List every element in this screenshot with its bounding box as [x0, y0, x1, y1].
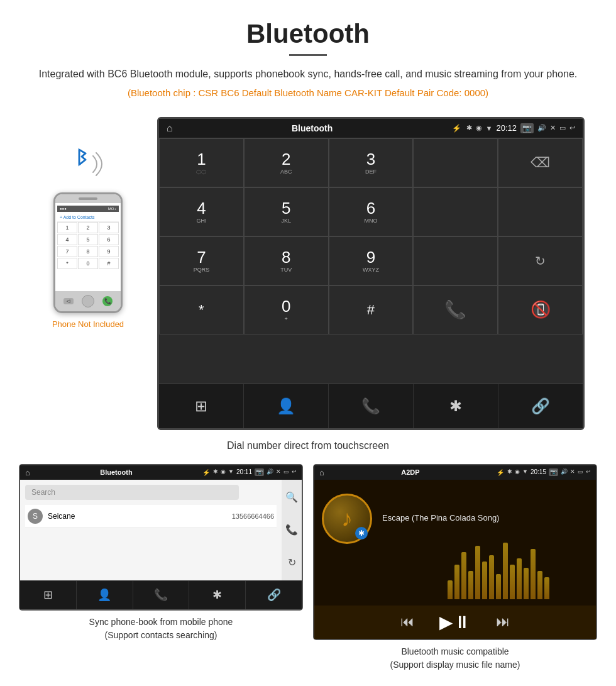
- dial-key-2[interactable]: 2ABC: [244, 138, 329, 187]
- dial-key-star[interactable]: *: [159, 285, 244, 335]
- dial-call-green-cell[interactable]: 📞: [413, 285, 498, 335]
- dial-key-8[interactable]: 8TUV: [244, 236, 329, 285]
- tech-info: (Bluetooth chip : CSR BC6 Default Blueto…: [13, 87, 603, 98]
- pb-window-icon[interactable]: ▭: [283, 468, 289, 476]
- phone-back-btn[interactable]: ◁: [63, 298, 74, 304]
- contact-row[interactable]: S Seicane 13566664466: [25, 505, 277, 528]
- dial-empty-3: [498, 187, 583, 236]
- pb-call-icon[interactable]: 📞: [285, 524, 298, 536]
- music-note-icon: ♪: [341, 506, 353, 532]
- dial-key-4[interactable]: 4GHI: [159, 187, 244, 236]
- car-time: 20:12: [496, 123, 517, 133]
- dial-empty-4: [413, 236, 498, 285]
- eq-bar: [496, 574, 501, 599]
- phone-call-btn[interactable]: 📞: [102, 296, 113, 306]
- car-nav-phone[interactable]: 📞: [329, 384, 414, 428]
- dial-refresh-cell[interactable]: ↻: [498, 236, 583, 285]
- music-signal-icon: ▼: [522, 468, 528, 476]
- pb-nav-phone[interactable]: 📞: [133, 581, 190, 609]
- car-screen-title: Bluetooth: [178, 123, 447, 133]
- dial-key-3[interactable]: 3DEF: [329, 138, 414, 187]
- pb-nav-link[interactable]: 🔗: [246, 581, 302, 609]
- dial-backspace-cell[interactable]: ⌫: [498, 138, 583, 187]
- music-album-art: ♪ ✱: [322, 494, 372, 544]
- phone-home-btn[interactable]: [82, 295, 94, 307]
- phone-screen: ●●●MO+ + Add to Contacts 1 2 3 4 5 6 7 8…: [55, 203, 121, 291]
- phonebook-status-bar: ⌂ Bluetooth ⚡ ✱ ◉ ▼ 20:11 📷 🔊 ✕ ▭ ↩: [20, 465, 302, 480]
- contact-name: Seicane: [48, 512, 232, 521]
- music-info: Escape (The Pina Colada Song): [382, 508, 499, 523]
- phone-illustration: ●●●MO+ + Add to Contacts 1 2 3 4 5 6 7 8…: [31, 117, 145, 329]
- phone-key-7[interactable]: 7: [57, 246, 77, 257]
- car-close-icon[interactable]: ✕: [550, 124, 556, 132]
- eq-bar: [524, 568, 529, 599]
- pb-nav-bluetooth[interactable]: ✱: [189, 581, 246, 609]
- car-nav-bluetooth[interactable]: ✱: [414, 384, 498, 428]
- phonebook-content: Search S Seicane 13566664466: [20, 480, 282, 580]
- eq-bar: [510, 565, 515, 599]
- phone-key-9[interactable]: 9: [99, 246, 119, 257]
- pb-camera-icon: 📷: [255, 468, 264, 476]
- phone-frame: ●●●MO+ + Add to Contacts 1 2 3 4 5 6 7 8…: [53, 192, 123, 313]
- dial-key-hash[interactable]: #: [329, 285, 414, 335]
- music-content: ♪ ✱ Escape (The Pina Colada Song): [314, 480, 596, 606]
- dial-key-9[interactable]: 9WXYZ: [329, 236, 414, 285]
- music-window-icon[interactable]: ▭: [578, 468, 583, 476]
- phone-key-3[interactable]: 3: [99, 222, 119, 233]
- phone-key-8[interactable]: 8: [78, 246, 98, 257]
- music-info-row: ♪ ✱ Escape (The Pina Colada Song): [322, 487, 588, 544]
- pb-search-icon[interactable]: 🔍: [285, 491, 298, 503]
- svg-line-5: [79, 150, 85, 153]
- pb-nav-bar: ⊞ 👤 📞 ✱ 🔗: [20, 580, 302, 609]
- pb-home-icon[interactable]: ⌂: [25, 468, 30, 477]
- music-caption-line2: (Support display music file name): [390, 660, 520, 670]
- phone-key-4[interactable]: 4: [57, 234, 77, 245]
- pb-usb-icon: ⚡: [202, 469, 210, 476]
- music-close-icon[interactable]: ✕: [570, 468, 575, 476]
- phone-status-bar: ●●●MO+: [57, 206, 119, 212]
- car-home-icon[interactable]: ⌂: [167, 123, 173, 134]
- music-prev-btn[interactable]: ⏮: [400, 614, 414, 630]
- dial-key-5[interactable]: 5JKL: [244, 187, 329, 236]
- car-volume-icon[interactable]: 🔊: [537, 124, 546, 132]
- pb-back-icon[interactable]: ↩: [292, 468, 297, 476]
- phone-key-1[interactable]: 1: [57, 222, 77, 233]
- pb-close-icon[interactable]: ✕: [276, 468, 281, 476]
- phonebook-search-bar[interactable]: Search: [25, 485, 239, 500]
- music-play-btn[interactable]: ▶⏸: [439, 612, 471, 633]
- car-nav-link[interactable]: 🔗: [498, 384, 583, 428]
- eq-bar: [468, 571, 473, 599]
- dial-key-0[interactable]: 0+: [244, 285, 329, 335]
- car-nav-grid[interactable]: ⊞: [159, 384, 244, 428]
- dial-key-6[interactable]: 6MNO: [329, 187, 414, 236]
- pb-refresh-icon[interactable]: ↻: [288, 556, 296, 568]
- phone-key-star[interactable]: *: [57, 258, 77, 269]
- phonebook-caption-line1: Sync phone-book from mobile phone: [89, 617, 233, 627]
- bluetooth-signal-illustration: [63, 142, 113, 186]
- pb-nav-user[interactable]: 👤: [77, 581, 133, 609]
- dial-key-7[interactable]: 7PQRS: [159, 236, 244, 285]
- car-back-icon[interactable]: ↩: [569, 124, 575, 132]
- phone-key-hash[interactable]: #: [99, 258, 119, 269]
- pb-nav-grid[interactable]: ⊞: [20, 581, 77, 609]
- eq-bar: [537, 571, 542, 599]
- music-next-btn[interactable]: ⏭: [496, 614, 510, 630]
- phone-key-6[interactable]: 6: [99, 234, 119, 245]
- dial-empty-1: [413, 138, 498, 187]
- phone-key-5[interactable]: 5: [78, 234, 98, 245]
- car-window-icon[interactable]: ▭: [559, 124, 566, 132]
- dial-key-1[interactable]: 1◌◌: [159, 138, 244, 187]
- dial-call-red-cell[interactable]: 📵: [498, 285, 583, 335]
- eq-bar: [448, 580, 453, 599]
- pb-volume-icon[interactable]: 🔊: [267, 468, 273, 476]
- eq-bar: [517, 558, 522, 599]
- music-volume-icon[interactable]: 🔊: [561, 468, 568, 476]
- music-home-icon[interactable]: ⌂: [319, 468, 324, 477]
- music-back-icon[interactable]: ↩: [586, 468, 591, 476]
- phone-key-2[interactable]: 2: [78, 222, 98, 233]
- phone-key-0[interactable]: 0: [78, 258, 98, 269]
- car-nav-contacts[interactable]: 👤: [244, 384, 329, 428]
- music-song-title: Escape (The Pina Colada Song): [382, 513, 499, 523]
- phonebook-caption: Sync phone-book from mobile phone (Suppo…: [89, 616, 233, 642]
- phone-add-contact: + Add to Contacts: [57, 214, 119, 222]
